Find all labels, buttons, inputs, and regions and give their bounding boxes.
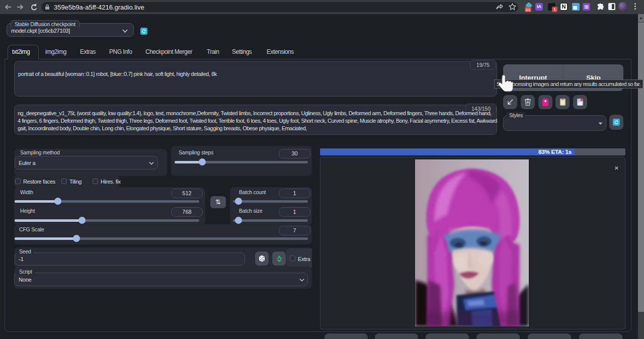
svg-text:21: 21: [526, 8, 530, 12]
